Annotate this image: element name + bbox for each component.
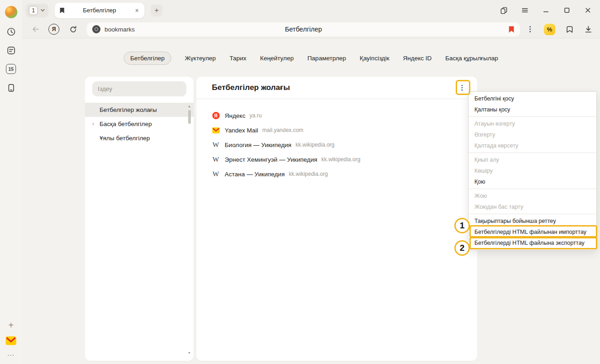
menu-group: Бетбелгіні қосу Қалтаны қосу: [468, 92, 596, 117]
tabs-panel-icon[interactable]: 15: [5, 63, 16, 74]
bookmark-row[interactable]: W Эрнест Хемингуэй — Уикипедия kk.wikipe…: [196, 152, 477, 167]
bookmarks-panel: Бетбелгілер жолағы ⋮ Я Яндекс ya.ru Yand…: [196, 77, 477, 361]
rail-add-icon[interactable]: +: [8, 321, 14, 330]
menu-item-add-folder[interactable]: Қалтаны қосу: [468, 104, 596, 115]
yandex-home-icon[interactable]: Я: [48, 24, 59, 35]
site-favicon: [92, 25, 100, 33]
bookmark-url: kk.wikipedia.org: [321, 156, 360, 163]
profile-avatar[interactable]: [5, 6, 17, 18]
bookmark-row[interactable]: W Астана — Уикипедия kk.wikipedia.org: [196, 167, 477, 181]
tab-history[interactable]: Тарих: [230, 55, 247, 62]
open-tabs-count: 15: [6, 64, 16, 74]
bookmark-flag-icon[interactable]: [508, 26, 515, 33]
menu-item-copy: Көшіру: [468, 165, 596, 176]
yandex-mail-favicon: [212, 127, 220, 134]
bookmark-title: Yandex Mail: [225, 127, 258, 134]
rail-bottom: + ⋯: [5, 321, 16, 364]
browser-menu-icon[interactable]: [521, 6, 529, 15]
folder-label: Басқа бетбелгілер: [100, 121, 152, 127]
tab-downloads[interactable]: Жүктеулер: [185, 55, 216, 62]
new-tab-button[interactable]: +: [151, 5, 163, 16]
close-window-button[interactable]: [584, 6, 592, 15]
menu-group: Жою Жоюдан бас тарту: [468, 189, 596, 214]
download-icon[interactable]: [584, 25, 593, 34]
menu-item-show-in-folder: Қалтада көрсету: [468, 140, 596, 151]
tab-yandex-id[interactable]: Яндекс ID: [403, 55, 432, 62]
tab-group-count: 1: [29, 6, 38, 15]
menu-item-add-bookmark[interactable]: Бетбелгіні қосу: [468, 93, 596, 104]
tab-other-devices[interactable]: Басқа құрылғылар: [445, 55, 498, 62]
bookmark-title: Астана — Уикипедия: [225, 171, 284, 178]
protect-more-icon[interactable]: ⋮: [526, 26, 534, 33]
back-icon[interactable]: [30, 24, 41, 35]
folder-item-mobile-bookmarks[interactable]: Ұялы бетбелгілер: [85, 131, 194, 145]
omnibox[interactable]: bookmarks Бетбелгілер: [87, 22, 520, 37]
menu-item-import-html[interactable]: Бетбелгілерді HTML файлынан импорттау: [468, 227, 596, 237]
devices-icon[interactable]: [5, 82, 16, 93]
bookmark-title: Яндекс: [225, 112, 245, 119]
menu-item-rename: Атауын өзгерту: [468, 118, 596, 129]
feed-icon[interactable]: [5, 45, 16, 56]
menu-group: Тақырыптары бойынша реттеу Бетбелгілерді…: [468, 214, 596, 250]
folder-label: Ұялы бетбелгілер: [100, 135, 150, 142]
bookmark-row[interactable]: W Биология — Уикипедия kk.wikipedia.org: [196, 137, 477, 152]
scroll-down-icon[interactable]: ▼: [188, 351, 191, 355]
tab-close-icon[interactable]: ×: [134, 7, 140, 14]
active-tab[interactable]: Бетбелгілер ×: [55, 3, 144, 18]
tab-extensions[interactable]: Кеңейтулер: [260, 55, 294, 62]
address-bar-actions: ⋮ %: [526, 24, 593, 35]
tab-bar: 1 Бетбелгілер × +: [22, 0, 600, 21]
bookmark-row[interactable]: Я Яндекс ya.ru: [196, 108, 477, 123]
folder-actions-context-menu: Бетбелгіні қосу Қалтаны қосу Атауын өзге…: [468, 91, 597, 250]
folders-panel: Бетбелгілер жолағы › Басқа бетбелгілер Ұ…: [85, 77, 194, 361]
bookmark-url: ya.ru: [249, 112, 262, 119]
maximize-button[interactable]: [563, 6, 571, 15]
side-rail: 15 + ⋯: [0, 0, 22, 364]
bookmark-title: Эрнест Хемингуэй — Уикипедия: [225, 156, 317, 163]
bookmark-row[interactable]: Yandex Mail mail.yandex.com: [196, 123, 477, 137]
menu-group: Қиып алу Көшіру Қою: [468, 153, 596, 189]
tab-group-selector[interactable]: 1: [26, 4, 48, 17]
bookmarks-heading: Бетбелгілер жолағы: [212, 83, 456, 92]
collections-icon[interactable]: [565, 25, 574, 34]
bookmark-tab-icon: [59, 7, 65, 14]
url-text: bookmarks: [105, 26, 135, 33]
search-input[interactable]: [92, 81, 186, 96]
history-icon[interactable]: [5, 26, 16, 37]
menu-item-paste[interactable]: Қою: [468, 176, 596, 187]
page-title: Бетбелгілер: [87, 26, 520, 33]
bookmark-list: Я Яндекс ya.ru Yandex Mail mail.yandex.c…: [196, 99, 477, 181]
folder-item-other-bookmarks[interactable]: › Басқа бетбелгілер: [85, 117, 194, 131]
chevron-down-icon: [40, 8, 45, 13]
bookmark-title: Биология — Уикипедия: [225, 142, 291, 148]
bookmark-url: mail.yandex.com: [262, 127, 303, 133]
tab-security[interactable]: Қауіпсіздік: [360, 55, 389, 62]
minimize-button[interactable]: [542, 6, 550, 15]
bookmark-url: kk.wikipedia.org: [295, 142, 334, 148]
folder-item-bookmarks-bar[interactable]: Бетбелгілер жолағы: [85, 103, 194, 117]
wikipedia-favicon: W: [212, 170, 219, 178]
scroll-up-icon[interactable]: ▲: [188, 104, 191, 109]
side-panels-icon[interactable]: [500, 6, 508, 15]
tab-title: Бетбелгілер: [65, 7, 134, 14]
menu-item-export-html[interactable]: Бетбелгілерді HTML файлына экспорттау: [468, 237, 596, 248]
bookmarks-header: Бетбелгілер жолағы ⋮: [196, 77, 477, 99]
tab-bookmarks[interactable]: Бетбелгілер: [124, 52, 171, 65]
rail-more-icon[interactable]: ⋯: [7, 351, 15, 359]
scrollbar-thumb[interactable]: [188, 110, 191, 124]
wikipedia-favicon: W: [212, 141, 219, 149]
wikipedia-favicon: W: [212, 156, 219, 164]
promo-percent-icon[interactable]: %: [544, 24, 555, 35]
refresh-icon[interactable]: [68, 24, 79, 35]
settings-nav: Бетбелгілер Жүктеулер Тарих Кеңейтулер П…: [22, 52, 600, 65]
folder-label: Бетбелгілер жолағы: [100, 106, 157, 113]
folder-actions-menu-icon[interactable]: ⋮: [456, 82, 468, 94]
tab-settings[interactable]: Параметрлер: [307, 55, 346, 62]
search-box: [92, 81, 186, 96]
bookmark-url: kk.wikipedia.org: [289, 171, 327, 177]
yandex-mail-app-icon[interactable]: [5, 336, 16, 345]
folders-scrollbar[interactable]: ▲ ▼: [186, 104, 192, 355]
menu-item-sort-by-title[interactable]: Тақырыптары бойынша реттеу: [468, 216, 596, 227]
chevron-right-icon[interactable]: ›: [92, 120, 94, 127]
window-controls: [500, 6, 592, 15]
